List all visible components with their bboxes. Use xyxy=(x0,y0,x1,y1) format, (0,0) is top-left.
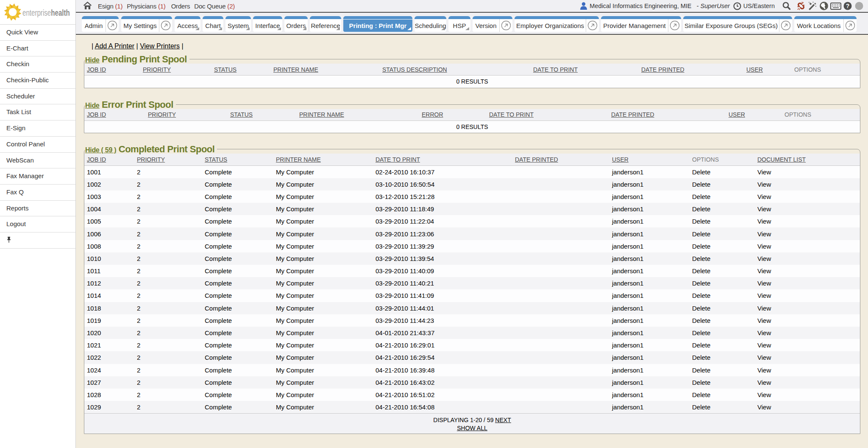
svg-text:?: ? xyxy=(846,3,850,9)
